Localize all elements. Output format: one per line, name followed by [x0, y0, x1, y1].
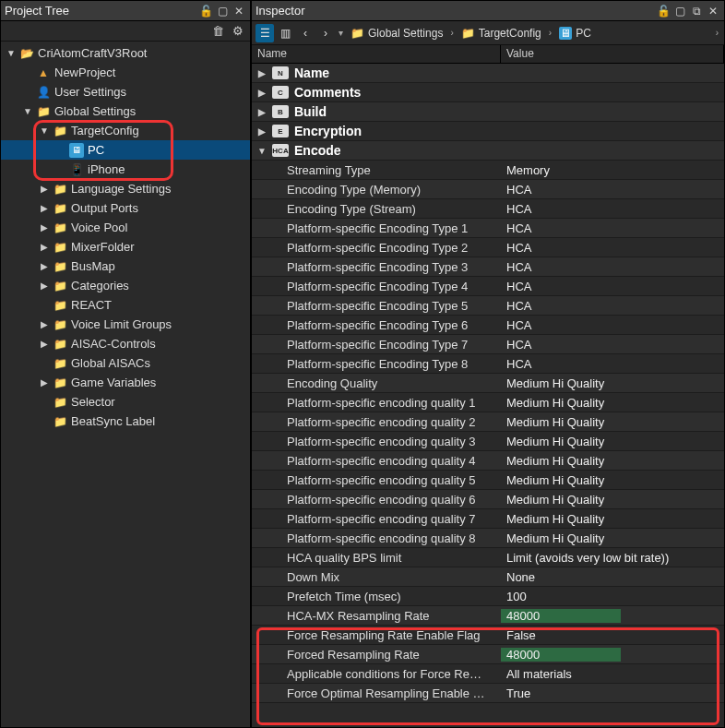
property-value[interactable]: Medium Hi Quality	[501, 493, 724, 507]
property-value[interactable]: 48000	[501, 609, 621, 623]
property-section[interactable]: ▶EEncryption	[252, 122, 724, 141]
chevron-down-icon[interactable]: ▾	[337, 28, 345, 38]
tree-node[interactable]: ▶📁BusMap	[1, 257, 250, 276]
tree-node[interactable]: ▼📁Global Settings	[1, 101, 250, 121]
nav-back-icon[interactable]: ‹	[296, 24, 315, 42]
property-section[interactable]: ▶BBuild	[252, 102, 724, 122]
property-row[interactable]: Platform-specific Encoding Type 8HCA	[252, 354, 724, 374]
property-row[interactable]: Encoding Type (Memory)HCA	[252, 180, 724, 199]
chevron-right-icon[interactable]: ▶	[38, 241, 51, 254]
property-value[interactable]: HCA	[501, 299, 724, 313]
close-icon[interactable]: ✕	[232, 4, 246, 18]
tree-node[interactable]: ▶📁REACT	[1, 295, 250, 315]
property-value[interactable]: Medium Hi Quality	[501, 435, 724, 448]
property-row[interactable]: Platform-specific Encoding Type 5HCA	[252, 296, 724, 316]
property-row[interactable]: Platform-specific Encoding Type 7HCA	[252, 335, 724, 354]
property-value[interactable]: Medium Hi Quality	[501, 531, 724, 545]
tree-node[interactable]: ▶📱iPhone	[1, 160, 250, 179]
property-value[interactable]: Medium Hi Quality	[501, 473, 724, 487]
breadcrumb-targetconfig[interactable]: 📁 TargetConfig	[458, 24, 545, 42]
property-value[interactable]: Medium Hi Quality	[501, 376, 724, 390]
tree-node[interactable]: ▶📁Voice Pool	[1, 218, 250, 237]
property-value[interactable]: HCA	[501, 338, 724, 352]
popout-icon[interactable]: ⧉	[689, 4, 704, 18]
chevron-right-icon[interactable]: ▶	[38, 318, 51, 331]
property-row[interactable]: HCA quality BPS limitLimit (avoids very …	[252, 548, 724, 567]
property-row[interactable]: Platform-specific encoding quality 1Medi…	[252, 393, 724, 412]
property-row[interactable]: Platform-specific Encoding Type 6HCA	[252, 316, 724, 335]
property-row[interactable]: Platform-specific Encoding Type 4HCA	[252, 277, 724, 296]
chevron-down-icon[interactable]: ▼	[21, 105, 34, 118]
chevron-right-icon[interactable]: ▶	[38, 202, 51, 215]
property-row[interactable]: Platform-specific encoding quality 8Medi…	[252, 529, 724, 548]
property-row[interactable]: Platform-specific encoding quality 7Medi…	[252, 509, 724, 529]
property-value[interactable]: HCA	[501, 318, 724, 332]
property-value[interactable]: Limit (avoids very low bit rate))	[501, 551, 724, 565]
maximize-icon[interactable]: ▢	[215, 4, 230, 18]
property-row[interactable]: Encoding QualityMedium Hi Quality	[252, 374, 724, 393]
property-row[interactable]: Prefetch Time (msec)100	[252, 587, 724, 606]
chevron-down-icon[interactable]: ▼	[5, 47, 18, 60]
property-row[interactable]: Down MixNone	[252, 567, 724, 587]
property-value[interactable]: HCA	[501, 280, 724, 293]
property-row[interactable]: Platform-specific encoding quality 4Medi…	[252, 451, 724, 471]
property-row[interactable]: Force Resampling Rate Enable FlagFalse	[252, 626, 724, 645]
property-value[interactable]: 48000	[501, 648, 621, 662]
tree-node[interactable]: ▶📁AISAC-Controls	[1, 334, 250, 353]
chevron-right-icon[interactable]: ▶	[256, 86, 268, 99]
property-row[interactable]: Applicable conditions for Force Re…All m…	[252, 664, 724, 684]
property-value[interactable]: True	[501, 686, 724, 700]
property-section[interactable]: ▶NName	[252, 64, 724, 83]
property-value[interactable]: False	[501, 628, 724, 642]
tree-node[interactable]: ▶📁Game Variables	[1, 373, 250, 392]
property-row[interactable]: Forced Resampling Rate48000	[252, 645, 724, 664]
property-section[interactable]: ▶CComments	[252, 83, 724, 102]
property-row[interactable]: Platform-specific Encoding Type 3HCA	[252, 257, 724, 277]
tree-node[interactable]: ▶📁Language Settings	[1, 179, 250, 198]
property-value[interactable]: All materials	[501, 667, 724, 681]
property-value[interactable]: HCA	[501, 202, 724, 216]
property-row[interactable]: HCA-MX Resampling Rate48000	[252, 606, 724, 626]
property-value[interactable]: HCA	[501, 357, 724, 371]
property-row[interactable]: Force Optimal Resampling Enable …True	[252, 684, 724, 703]
chevron-right-icon[interactable]: ▶	[38, 221, 51, 234]
chevron-right-icon[interactable]: ▶	[38, 376, 51, 389]
column-name-header[interactable]: Name	[252, 45, 501, 63]
property-list[interactable]: ▶NName▶CComments▶BBuild▶EEncryption▼HCAE…	[252, 64, 724, 727]
close-icon[interactable]: ✕	[706, 4, 720, 18]
lock-icon[interactable]: 🔓	[656, 4, 671, 18]
property-value[interactable]: Medium Hi Quality	[501, 415, 724, 429]
property-value[interactable]: HCA	[501, 221, 724, 235]
nav-forward-icon[interactable]: ›	[316, 24, 335, 42]
property-row[interactable]: Platform-specific Encoding Type 1HCA	[252, 219, 724, 238]
chevron-right-icon[interactable]: ▶	[256, 125, 268, 137]
tree-node[interactable]: ▶📁BeatSync Label	[1, 412, 250, 431]
tree-node[interactable]: ▶📁Global AISACs	[1, 353, 250, 373]
tree-node[interactable]: ▶👤User Settings	[1, 82, 250, 101]
chevron-right-icon[interactable]: ▶	[256, 105, 268, 118]
view-grid-icon[interactable]: ▥	[276, 24, 294, 42]
property-value[interactable]: 100	[501, 590, 724, 603]
tree-node[interactable]: ▶📁Categories	[1, 276, 250, 295]
tree-node[interactable]: ▶📁Voice Limit Groups	[1, 315, 250, 334]
chevron-right-icon[interactable]: ▶	[38, 280, 51, 292]
property-row[interactable]: Platform-specific encoding quality 6Medi…	[252, 490, 724, 509]
chevron-down-icon[interactable]: ▼	[38, 125, 51, 137]
project-tree[interactable]: ▼📂CriAtomCraftV3Root▶▲NewProject▶👤User S…	[1, 42, 250, 727]
tree-node[interactable]: ▼📁TargetConfig	[1, 121, 250, 140]
property-row[interactable]: Platform-specific encoding quality 3Medi…	[252, 432, 724, 451]
trash-icon[interactable]: 🗑	[209, 23, 226, 40]
gear-icon[interactable]: ⚙	[230, 23, 246, 40]
maximize-icon[interactable]: ▢	[672, 4, 687, 18]
column-value-header[interactable]: Value	[501, 45, 724, 63]
property-value[interactable]: None	[501, 570, 724, 584]
tree-node[interactable]: ▶📁Output Ports	[1, 198, 250, 218]
tree-node[interactable]: ▶🖥PC	[1, 140, 250, 160]
tree-node[interactable]: ▶📁MixerFolder	[1, 237, 250, 257]
chevron-right-icon[interactable]: ›	[714, 28, 720, 38]
property-value[interactable]: Memory	[501, 163, 724, 177]
tree-node[interactable]: ▶▲NewProject	[1, 63, 250, 82]
property-row[interactable]: Encoding Type (Stream)HCA	[252, 199, 724, 219]
property-value[interactable]: HCA	[501, 241, 724, 255]
property-value[interactable]: Medium Hi Quality	[501, 396, 724, 410]
